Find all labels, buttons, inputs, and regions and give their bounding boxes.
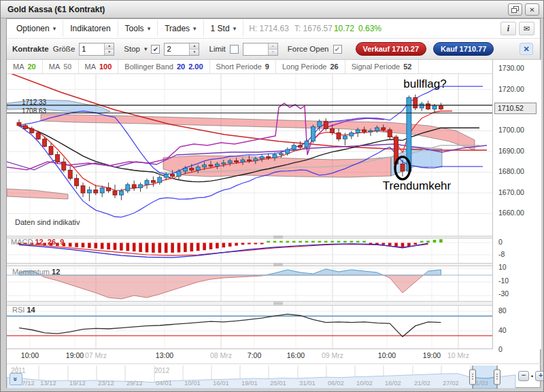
buy-button[interactable]: Kauf 1710.77 [433, 42, 494, 56]
navigator-date-label: 23/12 [98, 379, 114, 387]
navigator-date-label: 06/02 [328, 379, 344, 387]
mail-button[interactable]: ✉ [519, 22, 534, 35]
axis-label: 10 [498, 263, 507, 271]
limit-checkbox[interactable] [230, 45, 239, 54]
limit-label: Limit [209, 45, 225, 53]
chevron-down-icon: ▾ [193, 25, 197, 32]
double-chevron-icon: » [13, 377, 20, 381]
limit-input[interactable] [243, 43, 268, 55]
navigator-date-label: 31/01 [299, 379, 316, 387]
axis-label: -10 [498, 277, 509, 285]
time-axis-label: 10:00 [21, 351, 39, 359]
price-chart-svg[interactable] [7, 60, 492, 349]
axis-label: 1690.00 [498, 147, 524, 155]
chevron-down-icon: ▾ [144, 46, 148, 52]
time-axis-label: 09 Mrz [322, 351, 343, 359]
kontrakte-label: Kontrakte [12, 45, 49, 53]
zoom-out-button[interactable]: − [518, 371, 529, 381]
time-axis-label: 10 Mrz [447, 351, 469, 359]
navigator-date-label: 16/02 [385, 379, 401, 387]
spin-up-icon[interactable]: ▲ [190, 43, 199, 50]
limit-stepper[interactable]: ▲▼ [243, 43, 278, 56]
sell-button[interactable]: Verkauf 1710.27 [356, 42, 427, 56]
indicator-param: MA100 [79, 60, 119, 73]
navigator[interactable]: 2011201207/1213/1219/1223/1229/1204/0110… [7, 366, 524, 389]
zoom-level-dot: • [531, 373, 533, 380]
indicator-param: Bollinger Band202.00 [118, 60, 209, 73]
axis-label: 0 [498, 238, 503, 246]
force-open-checkbox[interactable]: ✔ [333, 45, 342, 54]
window-close-button[interactable]: ✕ [525, 3, 539, 16]
time-axis-label: 19:00 [423, 351, 441, 359]
axis-label: 0 [498, 345, 503, 353]
app-window: Gold Kassa (€1 Kontrakt) ✕ Optionen▾ Ind… [0, 0, 544, 392]
time-axis-label: 10:00 [378, 351, 396, 359]
quote-high: H: 1714.63 [249, 24, 289, 33]
force-open-label: Force Open [288, 45, 329, 53]
navigator-date-label: 25/01 [270, 379, 286, 387]
navigator-divider [7, 363, 541, 364]
spin-up-icon[interactable]: ▲ [105, 43, 114, 50]
indicator-param: MA50 [43, 60, 79, 73]
stop-checkbox[interactable]: ✔ [151, 45, 160, 54]
quote-low: T: 1676.57 [294, 24, 333, 33]
spin-down-icon: ▼ [269, 50, 277, 55]
time-axis-label: 16:00 [287, 351, 305, 359]
indicator-param: Short Periode9 [210, 60, 276, 73]
info-icon: i [507, 24, 509, 34]
navigator-year-label: 2012 [154, 367, 170, 374]
quote-high-low: H: 1714.63T: 1676.57 [249, 24, 333, 33]
params-row: MA20MA50MA100Bollinger Band202.00Short P… [7, 60, 492, 74]
navigator-date-label: 16/01 [213, 379, 229, 387]
menu-optionen[interactable]: Optionen▾ [10, 20, 63, 37]
navigator-zoom-controls: − • + [518, 371, 544, 381]
menu-tools[interactable]: Tools▾ [118, 20, 158, 37]
content-panel: Optionen▾ Indikatoren Tools▾ Trades▾ 1 S… [6, 18, 541, 388]
axis-label: 1670.00 [498, 188, 524, 196]
axis-label: 1700.00 [498, 126, 524, 134]
chart-area: MA20MA50MA100Bollinger Band202.00Short P… [7, 58, 541, 389]
menu-indikatoren[interactable]: Indikatoren [63, 20, 118, 37]
axis-label: 1720.00 [498, 85, 524, 93]
groesse-label: Größe [53, 45, 75, 53]
menu-bar: Optionen▾ Indikatoren Tools▾ Trades▾ 1 S… [7, 19, 540, 39]
axis-label: 1730.00 [498, 64, 524, 72]
title-bar[interactable]: Gold Kassa (€1 Kontrakt) ✕ [1, 1, 543, 18]
zoom-in-button[interactable]: + [535, 371, 544, 381]
spin-up-icon: ▲ [269, 43, 277, 50]
order-toolbar: Kontrakte Größe ▲▼ Stop ▾ ✔ ▲▼ Limit ▲▼ … [7, 39, 540, 60]
time-axis-label: 13:00 [156, 351, 173, 359]
mail-icon: ✉ [524, 24, 530, 33]
spin-down-icon[interactable]: ▼ [105, 50, 114, 55]
groesse-input[interactable] [80, 43, 104, 55]
axis-label: -8 [498, 250, 505, 258]
menu-timeframe[interactable]: 1 Std▾ [204, 20, 244, 37]
chevron-down-icon: ▾ [53, 25, 56, 32]
time-axis: 10:0019:0007 Mrz13:0008 Mrz7:0016:0009 M… [7, 351, 492, 363]
time-axis-label: 19:00 [66, 351, 84, 359]
time-axis-label: 07 Mrz [85, 351, 107, 359]
chevron-down-icon: ▾ [233, 25, 237, 32]
collapse-navigator-button[interactable]: » [10, 373, 22, 385]
navigator-date-label: 27/02 [443, 379, 459, 387]
groesse-stepper[interactable]: ▲▼ [79, 43, 114, 56]
axis-label: -30 [498, 289, 509, 298]
navigator-date-label: 04/01 [156, 379, 172, 387]
stop-label[interactable]: Stop [124, 45, 140, 53]
menu-trades[interactable]: Trades▾ [158, 20, 203, 37]
time-axis-label: 7:00 [248, 351, 261, 359]
chevron-down-icon: ▾ [148, 25, 151, 32]
indicator-param: Long Periode26 [276, 60, 345, 73]
navigator-date-label: 21/02 [414, 379, 430, 387]
stop-stepper[interactable]: ▲▼ [164, 43, 199, 56]
axis-label: 1660.00 [498, 209, 524, 217]
window-restore-button[interactable] [508, 3, 522, 16]
stop-input[interactable] [165, 43, 189, 55]
close-order-panel-button[interactable]: ✕ [520, 43, 533, 55]
axis-label: 40 [498, 326, 507, 334]
current-price-tag: 1710.52 [494, 103, 537, 114]
navigator-date-label: 29/12 [126, 379, 143, 387]
spin-down-icon[interactable]: ▼ [190, 50, 199, 55]
price-axis: 1710.52 1730.001720.001700.001690.001680… [492, 60, 541, 349]
info-button[interactable]: i [500, 22, 516, 35]
